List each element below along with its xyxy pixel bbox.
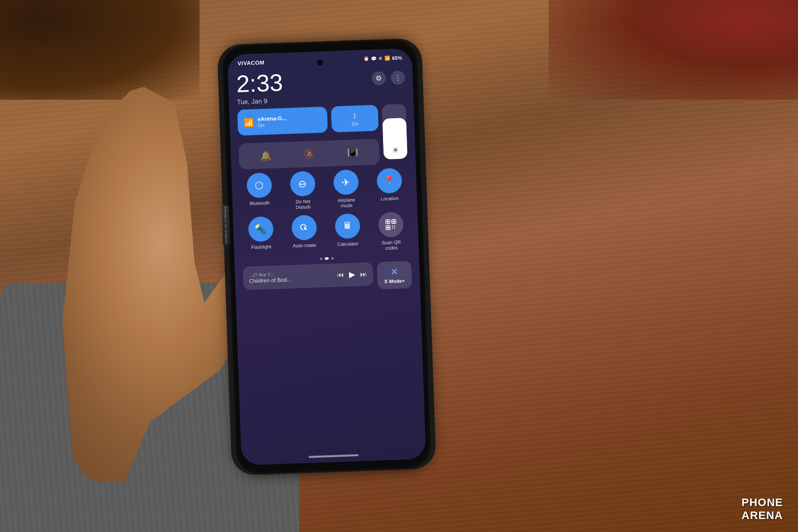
brightness-slider[interactable]: ☀ — [382, 104, 407, 160]
qr-icon-circle — [378, 211, 403, 237]
media-artist: Children of Bod... — [249, 276, 291, 284]
location-toggle[interactable]: 📍 Location — [370, 168, 409, 207]
x-mode-label: X Mode+ — [384, 278, 405, 284]
rog-badge: REPUBLIC OF GAMERS — [221, 205, 230, 245]
qs-header-icons: ⚙ ⋮ — [372, 66, 405, 85]
mute-icon[interactable]: 🔕 — [300, 145, 318, 163]
dnd-icon: ⊖ — [298, 177, 307, 190]
dnd-label: Do NotDisturb — [295, 198, 311, 210]
settings-notify-icon: ⊕ — [379, 56, 383, 61]
settings-button[interactable]: ⚙ — [372, 71, 386, 86]
svg-rect-8 — [392, 227, 393, 228]
media-row: ...t? Are Y... Children of Bod... ⏮ ▶ ⏭ … — [243, 261, 412, 294]
settings-icon: ⚙ — [376, 74, 383, 82]
brightness-icon: ☀ — [392, 146, 399, 155]
data-icon: ↕ — [353, 111, 357, 120]
phone-screen[interactable]: VIVACOM ⏰ 💬 ⊕ 📶 65% 2:33 — [227, 48, 426, 465]
carrier-label: VIVACOM — [237, 59, 264, 66]
watermark-line1: PHONE — [742, 496, 783, 509]
battery-label: 65% — [392, 55, 402, 61]
calculator-icon-circle: 🖩 — [335, 213, 361, 239]
screen-content: VIVACOM ⏰ 💬 ⊕ 📶 65% 2:33 — [227, 48, 426, 465]
calculator-toggle[interactable]: 🖩 Calculator — [328, 213, 368, 253]
sound-tiles-row: 🔔 🔕 📳 — [238, 139, 380, 170]
data-sublabel: On — [352, 121, 359, 126]
dnd-toggle[interactable]: ⊖ Do NotDisturb — [283, 171, 323, 210]
status-icons: ⏰ 💬 ⊕ 📶 65% — [364, 55, 402, 62]
calculator-icon: 🖩 — [343, 220, 352, 231]
svg-rect-7 — [394, 225, 395, 226]
svg-rect-1 — [387, 220, 389, 222]
date-display: Tue, Jan 9 — [237, 97, 284, 106]
x-icon: ✕ — [391, 266, 399, 278]
connectivity-tiles-row: 📶 eArena-G... On ↕ On — [237, 105, 379, 136]
wifi-icon: 📶 — [243, 117, 254, 127]
autorotate-icon-circle: ⟳ — [291, 214, 317, 240]
alarm-icon: ⏰ — [364, 56, 369, 61]
flashlight-icon-circle: 🔦 — [248, 216, 274, 242]
quick-settings-panel: 2:33 Tue, Jan 9 ⚙ ⋮ — [228, 62, 420, 300]
autorotate-label: Auto-rotate — [293, 242, 316, 248]
flashlight-label: Flashlight — [251, 244, 271, 250]
phone-device: REPUBLIC OF GAMERS VIVACOM ⏰ 💬 ⊕ 📶 65% — [222, 39, 431, 474]
svg-rect-3 — [393, 220, 395, 222]
left-rows-section: 📶 eArena-G... On ↕ On — [237, 105, 380, 170]
quick-toggles-grid: ⬡ Bluetooth ⊖ Do NotDisturb — [239, 168, 411, 256]
qr-label: Scan QRcodes — [382, 239, 401, 251]
phone-body: REPUBLIC OF GAMERS VIVACOM ⏰ 💬 ⊕ 📶 65% — [222, 39, 431, 474]
message-icon: 💬 — [371, 56, 377, 61]
vibrate-icon[interactable]: 📳 — [343, 143, 362, 162]
dnd-icon-circle: ⊖ — [290, 171, 316, 197]
svg-rect-5 — [387, 226, 389, 228]
time-section: 2:33 Tue, Jan 9 — [236, 71, 284, 106]
dot-2-active — [325, 257, 329, 259]
svg-rect-9 — [394, 227, 395, 228]
play-button[interactable]: ▶ — [349, 270, 356, 279]
svg-rect-6 — [392, 225, 393, 226]
time-display: 2:33 — [236, 71, 283, 96]
watermark-line2: ARENA — [742, 509, 783, 522]
autorotate-toggle[interactable]: ⟳ Auto-rotate — [284, 214, 324, 254]
prev-button[interactable]: ⏮ — [337, 271, 345, 279]
next-button[interactable]: ⏭ — [360, 270, 368, 278]
location-icon-circle: 📍 — [376, 168, 402, 194]
signal-icon: 📶 — [385, 55, 390, 60]
flashlight-toggle[interactable]: 🔦 Flashlight — [241, 216, 281, 256]
volume-up-button[interactable] — [222, 126, 225, 146]
location-label: Location — [381, 195, 399, 202]
more-options-button[interactable]: ⋮ — [391, 70, 405, 85]
wifi-tile[interactable]: 📶 eArena-G... On — [237, 107, 328, 136]
top-tiles-area: 📶 eArena-G... On ↕ On — [237, 104, 408, 170]
airplane-label: Airplanemode — [338, 197, 356, 209]
autorotate-icon: ⟳ — [297, 220, 311, 235]
dot-1 — [320, 257, 322, 260]
media-controls: ⏮ ▶ ⏭ — [337, 269, 368, 280]
bg-shadow-right — [549, 0, 798, 100]
flashlight-icon: 🔦 — [254, 223, 267, 235]
media-player[interactable]: ...t? Are Y... Children of Bod... ⏮ ▶ ⏭ — [243, 262, 374, 290]
location-icon: 📍 — [383, 175, 396, 187]
airplane-icon-circle: ✈ — [333, 170, 359, 195]
media-info: ...t? Are Y... Children of Bod... — [249, 271, 292, 284]
airplane-icon: ✈ — [341, 176, 350, 188]
bluetooth-toggle[interactable]: ⬡ Bluetooth — [239, 172, 279, 212]
time-row: 2:33 Tue, Jan 9 ⚙ ⋮ — [236, 66, 405, 106]
dot-3 — [331, 257, 334, 259]
bluetooth-icon-circle: ⬡ — [246, 173, 272, 198]
volume-down-button[interactable] — [223, 153, 226, 180]
rog-text: REPUBLIC OF GAMERS — [223, 206, 228, 244]
bell-icon[interactable]: 🔔 — [256, 147, 275, 165]
mobile-data-tile[interactable]: ↕ On — [331, 105, 379, 132]
calculator-label: Calculator — [337, 241, 359, 247]
wifi-sublabel: On — [258, 122, 287, 128]
airplane-toggle[interactable]: ✈ Airplanemode — [326, 169, 366, 209]
wifi-info: eArena-G... On — [257, 115, 287, 128]
watermark: PHONE ARENA — [742, 496, 783, 522]
more-icon: ⋮ — [394, 74, 401, 82]
x-mode-button[interactable]: ✕ X Mode+ — [377, 261, 412, 289]
qr-svg-icon — [385, 219, 397, 230]
bluetooth-label: Bluetooth — [249, 200, 270, 206]
qr-toggle[interactable]: Scan QRcodes — [371, 211, 411, 251]
bluetooth-icon: ⬡ — [255, 179, 264, 191]
